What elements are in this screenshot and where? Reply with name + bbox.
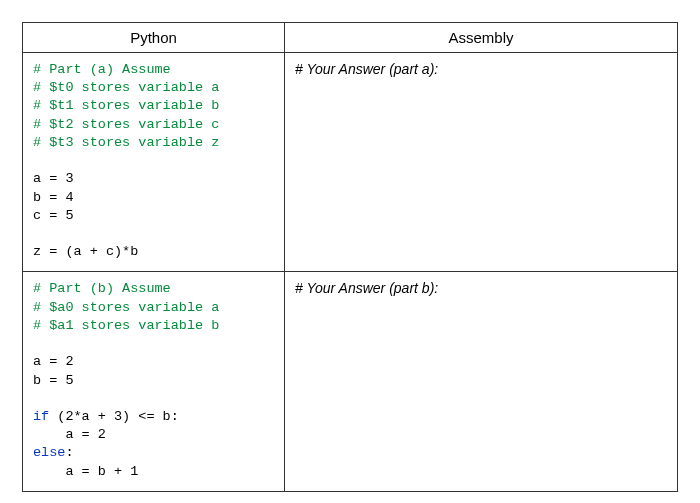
- code-line: z = (a + c)*b: [33, 244, 138, 259]
- row-part-b: # Part (b) Assume # $a0 stores variable …: [23, 272, 678, 491]
- code-fragment: :: [65, 445, 73, 460]
- keyword-if: if: [33, 409, 49, 424]
- comment-line: # $t0 stores variable a: [33, 80, 219, 95]
- code-line: a = b + 1: [33, 464, 138, 479]
- python-code-part-b: # Part (b) Assume # $a0 stores variable …: [23, 272, 284, 490]
- comment-line: # Part (b) Assume: [33, 281, 171, 296]
- code-line: b = 5: [33, 373, 74, 388]
- code-line: a = 3: [33, 171, 74, 186]
- answer-label-part-a: # Your Answer (part a):: [285, 53, 677, 85]
- comment-line: # $a1 stores variable b: [33, 318, 219, 333]
- python-cell-part-a: # Part (a) Assume # $t0 stores variable …: [23, 53, 285, 272]
- code-line: b = 4: [33, 190, 74, 205]
- code-line: c = 5: [33, 208, 74, 223]
- assembly-cell-part-a: # Your Answer (part a):: [285, 53, 678, 272]
- python-code-part-a: # Part (a) Assume # $t0 stores variable …: [23, 53, 284, 271]
- keyword-else: else: [33, 445, 65, 460]
- comment-line: # $t2 stores variable c: [33, 117, 219, 132]
- header-assembly: Assembly: [285, 23, 678, 53]
- header-python: Python: [23, 23, 285, 53]
- comment-line: # $t1 stores variable b: [33, 98, 219, 113]
- comment-line: # Part (a) Assume: [33, 62, 171, 77]
- python-cell-part-b: # Part (b) Assume # $a0 stores variable …: [23, 272, 285, 491]
- answer-label-part-b: # Your Answer (part b):: [285, 272, 677, 304]
- code-line: a = 2: [33, 427, 106, 442]
- assembly-cell-part-b: # Your Answer (part b):: [285, 272, 678, 491]
- row-part-a: # Part (a) Assume # $t0 stores variable …: [23, 53, 678, 272]
- worksheet-table: Python Assembly # Part (a) Assume # $t0 …: [22, 22, 678, 492]
- code-line: a = 2: [33, 354, 74, 369]
- code-fragment: (2*a + 3) <= b:: [49, 409, 179, 424]
- comment-line: # $a0 stores variable a: [33, 300, 219, 315]
- comment-line: # $t3 stores variable z: [33, 135, 219, 150]
